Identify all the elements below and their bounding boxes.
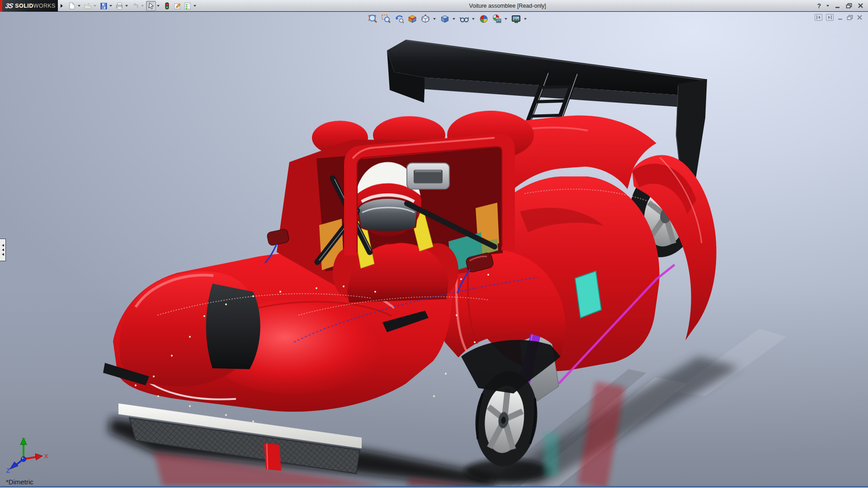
- triad-y-label: Y: [22, 436, 26, 443]
- print-dropdown-caret[interactable]: [125, 5, 128, 7]
- hide-show-items-button[interactable]: [458, 13, 470, 25]
- heads-up-view-toolbar: [367, 13, 528, 25]
- print-button[interactable]: [114, 1, 124, 11]
- logo-red-strip: [0, 0, 2, 12]
- brand-name-light: WORKS: [33, 3, 56, 9]
- solidworks-logo: 3S SOLIDWORKS: [0, 0, 58, 12]
- undo-dropdown-caret[interactable]: [141, 5, 144, 7]
- expand-pane-right-button[interactable]: [826, 14, 834, 21]
- open-dropdown-caret[interactable]: [94, 5, 96, 7]
- triad-x-label: X: [44, 453, 48, 460]
- display-style-caret[interactable]: [453, 18, 455, 20]
- select-dropdown-caret[interactable]: [157, 5, 160, 7]
- zoom-to-fit-button[interactable]: [367, 13, 379, 25]
- help-dropdown-caret[interactable]: [826, 5, 829, 7]
- view-orientation-label: *Dimetric: [6, 478, 33, 486]
- view-orientation-button[interactable]: [420, 13, 431, 25]
- collapse-pane-left-button[interactable]: [815, 14, 822, 21]
- rearview-mirror[interactable]: [407, 163, 449, 189]
- close-document-button[interactable]: [857, 14, 863, 20]
- document-title: Voiture assomblee [Read-only]: [198, 3, 817, 9]
- apply-scene-caret[interactable]: [505, 18, 507, 20]
- save-button[interactable]: [99, 1, 108, 11]
- race-car-model[interactable]: [0, 12, 868, 486]
- restore-window-button[interactable]: [846, 3, 852, 9]
- minimize-document-button[interactable]: [837, 14, 843, 20]
- triad-z-label: Z: [6, 467, 10, 474]
- edit-appearance-button[interactable]: [478, 13, 490, 25]
- minimize-window-button[interactable]: [835, 3, 840, 9]
- section-view-button[interactable]: [406, 13, 418, 25]
- view-settings-button[interactable]: [510, 13, 522, 25]
- document-window-controls: [815, 14, 863, 21]
- new-dropdown-caret[interactable]: [78, 5, 80, 7]
- traffic-light-icon[interactable]: [162, 1, 172, 11]
- restore-document-button[interactable]: [847, 14, 853, 20]
- graphics-viewport[interactable]: Y X Z *Dimetric: [0, 12, 868, 486]
- edit-note-button[interactable]: [172, 1, 182, 11]
- display-style-button[interactable]: [439, 13, 451, 25]
- title-bar: 3S SOLIDWORKS: [0, 0, 868, 12]
- hide-show-items-caret[interactable]: [472, 18, 475, 20]
- help-button[interactable]: ?: [817, 2, 821, 9]
- apply-scene-button[interactable]: [491, 13, 503, 25]
- view-settings-caret[interactable]: [524, 18, 527, 20]
- standard-toolbar: [67, 1, 198, 11]
- view-orientation-caret[interactable]: [433, 18, 436, 20]
- window-controls: ?: [817, 2, 863, 9]
- checklist-button[interactable]: [183, 1, 193, 11]
- zoom-to-area-button[interactable]: [380, 13, 392, 25]
- feature-manager-collapsed-tab[interactable]: [0, 239, 6, 261]
- coordinate-triad: Y X Z: [5, 436, 51, 474]
- ds-logo-glyph: 3S: [5, 2, 14, 9]
- status-bar-edge: [0, 486, 868, 488]
- brand-name-bold: SOLID: [15, 3, 33, 9]
- select-tool-button[interactable]: [146, 1, 156, 11]
- undo-button[interactable]: [130, 1, 140, 11]
- close-window-button[interactable]: [858, 3, 863, 9]
- menu-expander-button[interactable]: [59, 1, 64, 11]
- scene-background: Y X Z *Dimetric: [0, 12, 868, 486]
- new-document-button[interactable]: [67, 1, 77, 11]
- open-button[interactable]: [83, 1, 93, 11]
- save-dropdown-caret[interactable]: [109, 5, 112, 7]
- checklist-dropdown-caret[interactable]: [193, 5, 196, 7]
- previous-view-button[interactable]: [393, 13, 405, 25]
